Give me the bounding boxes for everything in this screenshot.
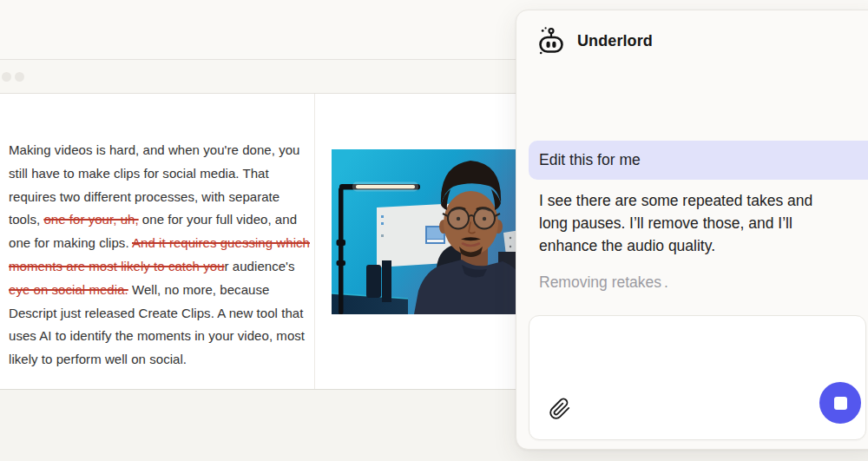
paperclip-icon — [549, 398, 571, 420]
script-pane: Making videos is hard, and when you're d… — [0, 94, 315, 389]
stop-icon — [834, 397, 847, 410]
status-line: Removing retakes. — [539, 273, 668, 292]
chat-input[interactable] — [540, 325, 855, 392]
user-message-bubble: Edit this for me — [529, 141, 868, 180]
avatar-placeholder-icon — [15, 72, 24, 82]
deleted-transcript-text[interactable]: one for your, uh, — [43, 212, 138, 227]
video-thumbnail[interactable] — [332, 149, 531, 314]
status-text: Removing retakes — [539, 273, 661, 291]
panel-title: Underlord — [577, 32, 653, 50]
attach-file-button[interactable] — [548, 397, 572, 421]
status-progress-dots: . — [664, 273, 668, 291]
underlord-panel: Underlord Edit this for me I see there a… — [516, 10, 868, 450]
robot-icon — [536, 26, 566, 56]
transcript-paragraph[interactable]: Making videos is hard, and when you're d… — [9, 139, 312, 372]
avatar-placeholder-icon — [2, 72, 11, 82]
stop-generation-button[interactable] — [819, 382, 861, 424]
user-message-text: Edit this for me — [539, 151, 641, 168]
assistant-message: I see there are some repeated takes and … — [539, 189, 820, 257]
transcript-text[interactable]: r audience's — [225, 259, 295, 273]
underlord-header: Underlord — [536, 26, 653, 56]
chat-composer — [529, 315, 866, 440]
deleted-transcript-text[interactable]: eye on social media. — [9, 282, 128, 297]
